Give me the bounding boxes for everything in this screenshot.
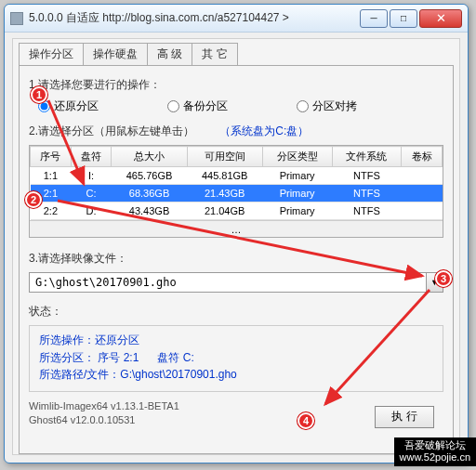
svg-line-2 <box>325 290 430 404</box>
svg-line-0 <box>48 100 84 184</box>
tab-partition[interactable]: 操作分区 <box>19 43 84 65</box>
annotation-3: 3 <box>435 270 452 287</box>
svg-line-1 <box>58 201 422 276</box>
annotation-2: 2 <box>25 191 42 208</box>
watermark: 吾爱破解论坛www.52pojie.cn <box>394 437 476 467</box>
annotation-arrows <box>0 0 476 470</box>
annotation-4: 4 <box>298 412 314 429</box>
annotation-1: 1 <box>31 86 47 103</box>
